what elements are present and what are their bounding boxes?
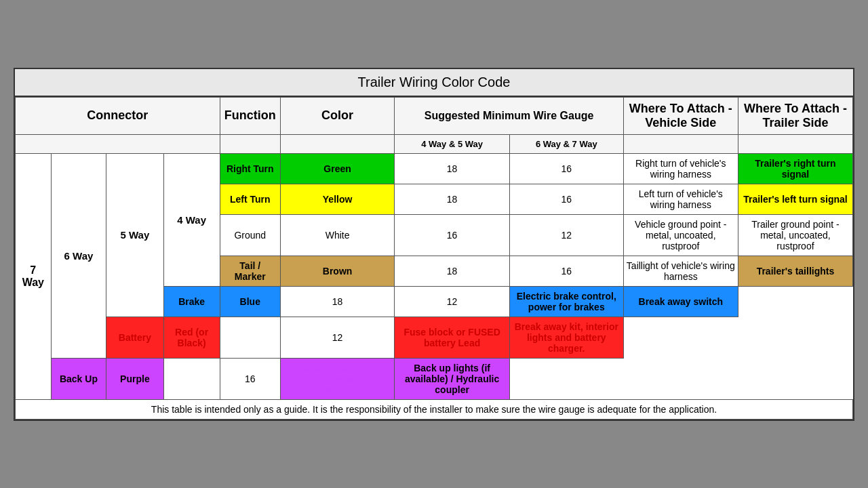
suggested-header: Suggested Minimum Wire Gauge <box>395 97 623 134</box>
function-cell: Ground <box>220 214 280 256</box>
gauge-6way-cell: 16 <box>509 153 623 184</box>
color-cell: Blue <box>220 286 280 317</box>
gauge-6way-cell: 12 <box>509 214 623 256</box>
connector-7way: 7 Way <box>16 153 52 399</box>
vehicle-sub <box>623 134 738 153</box>
connector-5way: 5 Way <box>106 153 163 317</box>
gauge-4way-cell <box>220 317 280 358</box>
gauge-4way-cell <box>163 358 220 399</box>
gauge-4way-cell: 18 <box>395 256 509 286</box>
connector-6way: 6 Way <box>51 153 106 358</box>
vehicle-attach-cell: Electric brake control, power for brakes <box>509 286 623 317</box>
function-cell: Right Turn <box>220 153 280 184</box>
color-cell: Purple <box>106 358 163 399</box>
function-cell: Tail / Marker <box>220 256 280 286</box>
color-sub <box>280 134 395 153</box>
gauge-6way-cell: 12 <box>280 317 395 358</box>
trailer-attach-cell: Trailer's right turn signal <box>738 153 852 184</box>
function-header: Function <box>220 97 280 134</box>
gauge-6way-header: 6 Way & 7 Way <box>509 134 623 153</box>
trailer-attach-cell: Break away switch <box>623 286 738 317</box>
connector-sub <box>16 134 220 153</box>
gauge-4way-header: 4 Way & 5 Way <box>395 134 509 153</box>
vehicle-attach-cell: Back up circuit of vehicle's wiring harn… <box>280 358 395 399</box>
vehicle-attach-cell: Vehicle ground point - metal, uncoated, … <box>623 214 738 256</box>
vehicle-attach-cell: Fuse block or FUSED battery Lead <box>395 317 509 358</box>
trailer-side-header: Where To Attach - Trailer Side <box>738 97 852 134</box>
vehicle-attach-cell: Right turn of vehicle's wiring harness <box>623 153 738 184</box>
gauge-6way-cell: 16 <box>509 256 623 286</box>
color-cell: Yellow <box>280 184 395 214</box>
gauge-6way-cell: 16 <box>509 184 623 214</box>
color-cell: White <box>280 214 395 256</box>
connector-header: Connector <box>16 97 220 134</box>
color-header: Color <box>280 97 395 134</box>
function-cell: Battery <box>106 317 163 358</box>
trailer-attach-cell: Break away kit, interior lights and batt… <box>509 317 623 358</box>
trailer-attach-cell: Trailer's taillights <box>738 256 852 286</box>
vehicle-attach-cell: Taillight of vehicle's wiring harness <box>623 256 738 286</box>
table-row: BatteryRed (or Black)12Fuse block or FUS… <box>16 317 853 358</box>
gauge-6way-cell: 16 <box>220 358 280 399</box>
function-cell: Back Up <box>51 358 106 399</box>
function-sub <box>220 134 280 153</box>
gauge-4way-cell: 18 <box>395 153 509 184</box>
trailer-wiring-table: Trailer Wiring Color Code Connector Func… <box>14 68 854 421</box>
table-title: Trailer Wiring Color Code <box>15 69 853 97</box>
gauge-4way-cell: 18 <box>395 184 509 214</box>
vehicle-attach-cell: Left turn of vehicle's wiring harness <box>623 184 738 214</box>
table-row: 7 Way6 Way5 Way4 WayRight TurnGreen1816R… <box>16 153 853 184</box>
gauge-6way-cell: 12 <box>395 286 509 317</box>
color-cell: Green <box>280 153 395 184</box>
table-row: Back UpPurple16Back up circuit of vehicl… <box>16 358 853 399</box>
color-cell: Red (or Black) <box>163 317 220 358</box>
trailer-attach-cell: Trailer ground point - metal, uncoated, … <box>738 214 852 256</box>
function-cell: Left Turn <box>220 184 280 214</box>
function-cell: Brake <box>163 286 220 317</box>
vehicle-side-header: Where To Attach - Vehicle Side <box>623 97 738 134</box>
trailer-attach-cell: Back up lights (if available) / Hydrauli… <box>395 358 509 399</box>
connector-4way: 4 Way <box>163 153 220 286</box>
trailer-attach-cell: Trailer's left turn signal <box>738 184 852 214</box>
trailer-sub <box>738 134 852 153</box>
gauge-4way-cell: 16 <box>395 214 509 256</box>
footer-note: This table is intended only as a guide. … <box>16 399 853 419</box>
gauge-4way-cell: 18 <box>280 286 395 317</box>
color-cell: Brown <box>280 256 395 286</box>
